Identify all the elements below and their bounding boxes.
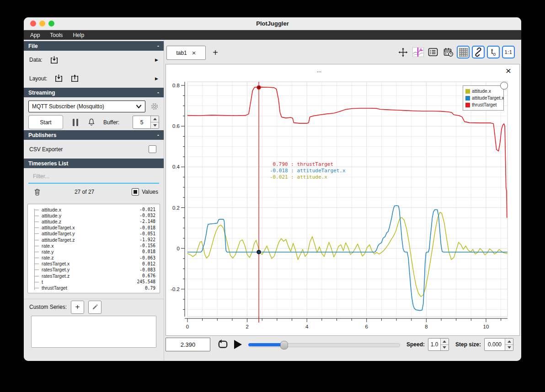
step-increment-button[interactable]	[505, 339, 513, 345]
tab-tab1[interactable]: tab1 ×	[166, 46, 206, 60]
plot-list-button[interactable]	[427, 46, 439, 58]
close-window-button[interactable]	[30, 21, 36, 26]
current-time-field[interactable]: 2.390	[166, 338, 210, 351]
sidebar: File - Data: ▶ Layout:	[24, 40, 164, 361]
menu-app[interactable]: App	[30, 32, 40, 38]
timeseries-value: -0.018	[139, 225, 155, 230]
timeseries-name: rate.y	[42, 249, 142, 254]
timeseries-row[interactable]: ratesTarget.z0.676	[28, 273, 160, 279]
timeseries-value: -0.156	[139, 243, 155, 248]
collapse-icon[interactable]: -	[157, 132, 159, 138]
load-data-icon[interactable]	[49, 55, 59, 65]
values-checkbox[interactable]	[132, 188, 139, 196]
speed-increment-button[interactable]	[441, 339, 449, 345]
timeseries-row[interactable]: rate.z-0.063	[28, 255, 160, 261]
plot-legend[interactable]: attitude.xattitudeTarget.xthrustTarget	[463, 85, 504, 111]
play-button[interactable]	[234, 340, 242, 349]
window-titlebar[interactable]: PlotJuggler	[24, 17, 521, 30]
data-label: Data:	[29, 57, 43, 63]
timeseries-row[interactable]: attitude.x-0.021	[28, 207, 160, 212]
data-row: Data: ▶	[24, 51, 164, 69]
timeseries-row[interactable]: t245.548	[28, 279, 160, 285]
menu-help[interactable]: Help	[73, 32, 84, 38]
t0-icon: to	[491, 48, 496, 57]
timeseries-row[interactable]: attitude.y-0.032	[28, 212, 160, 218]
streaming-source-value: MQTT Subscriber (Mosquitto)	[32, 103, 136, 110]
timeseries-row[interactable]: thrustTarget0.79	[28, 285, 160, 291]
datetime-button[interactable]	[442, 46, 454, 58]
legend-item[interactable]: attitudeTarget.x	[465, 95, 501, 101]
y-tick-label: 0.4	[172, 164, 180, 170]
grid-icon	[459, 48, 468, 57]
timeseries-value: -0.021	[139, 207, 155, 212]
slider-fill	[248, 343, 284, 346]
streaming-source-select[interactable]: MQTT Subscriber (Mosquitto)	[28, 101, 145, 112]
timeseries-name: attitudeTarget.z	[42, 237, 139, 243]
timeseries-value: 0.676	[142, 273, 155, 278]
add-custom-series-button[interactable]: +	[71, 301, 84, 314]
values-label: Values	[142, 189, 158, 195]
timeseries-row[interactable]: ratesTarget.y-0.083	[28, 267, 160, 273]
section-header-file[interactable]: File -	[24, 41, 164, 51]
speed-decrement-button[interactable]	[441, 345, 449, 351]
layout-menu-arrow-icon[interactable]: ▶	[155, 76, 158, 81]
timeseries-row[interactable]: ratesTarget.x0.012	[28, 261, 160, 267]
timeseries-row[interactable]: attitudeTarget.y-0.051	[28, 231, 160, 237]
link-axes-button[interactable]	[472, 46, 485, 58]
menu-tools[interactable]: Tools	[50, 32, 63, 38]
new-tab-button[interactable]: +	[210, 47, 220, 58]
ratio-1-1-button[interactable]: 1:1	[502, 46, 515, 58]
buffer-increment-button[interactable]	[151, 116, 159, 122]
timeseries-row[interactable]: rate.y0.018	[28, 249, 160, 254]
timeseries-name: attitude.x	[42, 207, 139, 212]
timeseries-row[interactable]: rate.x-0.156	[28, 243, 160, 249]
pause-icon[interactable]	[73, 119, 78, 126]
section-header-streaming[interactable]: Streaming -	[24, 88, 164, 97]
data-menu-arrow-icon[interactable]: ▶	[155, 58, 158, 62]
start-streaming-button[interactable]: Start	[28, 115, 63, 129]
notifications-bell-icon[interactable]	[87, 117, 96, 127]
buffer-decrement-button[interactable]	[151, 122, 159, 128]
plot-title: ...	[305, 67, 333, 74]
transport-bar: 2.390 Speed: 1.0	[166, 338, 520, 351]
legend-item[interactable]: thrustTarget	[465, 101, 501, 108]
load-layout-icon[interactable]	[53, 73, 64, 84]
pan-zoom-arrows-button[interactable]	[396, 46, 409, 58]
streaming-section-title: Streaming	[28, 90, 55, 96]
zoom-window-button[interactable]	[48, 21, 54, 26]
streaming-settings-gear-icon[interactable]	[150, 102, 159, 111]
section-header-timeseries[interactable]: Timeseries List	[24, 159, 164, 168]
step-decrement-button[interactable]	[505, 345, 513, 351]
y-tick-label: -0.2	[171, 286, 180, 292]
tab-close-icon[interactable]: ×	[192, 49, 196, 56]
buffer-spinbox[interactable]: 5	[133, 116, 159, 129]
collapse-icon[interactable]: -	[157, 90, 159, 96]
edit-custom-series-button[interactable]	[88, 301, 102, 314]
loop-playback-button[interactable]	[217, 339, 229, 350]
time-slider[interactable]	[248, 340, 400, 349]
plot-close-icon[interactable]: ×	[506, 65, 511, 76]
legend-swatch	[465, 96, 470, 101]
timeseries-row[interactable]: attitudeTarget.z-1.922	[28, 237, 160, 243]
speed-value: 1.0	[428, 339, 440, 350]
minimize-window-button[interactable]	[39, 21, 45, 26]
cursor-tracker-button[interactable]: A	[411, 46, 424, 58]
ratio-icon: 1:1	[505, 49, 513, 55]
filter-input[interactable]: Filter...	[28, 171, 159, 184]
timeseries-value: 0.012	[142, 261, 155, 266]
collapse-icon[interactable]: -	[157, 43, 159, 49]
custom-series-list[interactable]	[31, 316, 156, 348]
time-offset-button[interactable]: to	[487, 46, 500, 58]
step-size-spinbox[interactable]: 0.000	[484, 338, 513, 351]
legend-item[interactable]: attitude.x	[465, 88, 501, 95]
speed-spinbox[interactable]: 1.0	[428, 338, 449, 351]
timeseries-row[interactable]: attitudeTarget.x-0.018	[28, 225, 160, 231]
grid-layout-button[interactable]	[457, 46, 470, 58]
slider-handle[interactable]	[280, 341, 288, 350]
section-header-publishers[interactable]: Publishers -	[24, 130, 164, 140]
save-layout-icon[interactable]	[69, 73, 80, 84]
csv-exporter-checkbox[interactable]	[149, 145, 156, 153]
timeseries-name: attitudeTarget.y	[42, 231, 139, 236]
timeseries-row[interactable]: attitude.z-2.148	[28, 218, 160, 224]
legend-toggle-circle[interactable]	[500, 82, 508, 90]
